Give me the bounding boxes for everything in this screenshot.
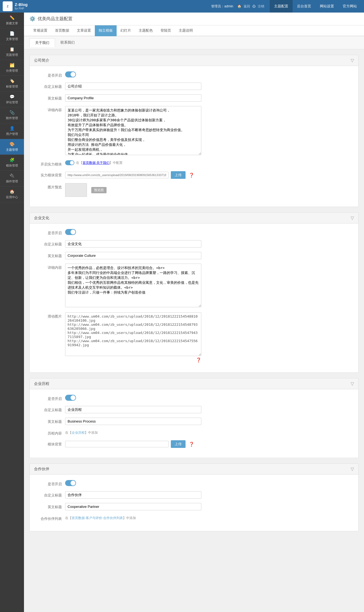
culture-detail-textarea[interactable]: 一个优秀的作品，必然是理念、设计和技术的完美结合。<br> 多年来我们为不同行业… <box>65 264 201 307</box>
culture-detail-label: 详细内容 <box>38 264 65 270</box>
culture-custom-title-label: 自定义标题 <box>38 240 65 247</box>
company-module-enable-control: 在【首页数据·关于我们】中配置 <box>65 160 201 165</box>
section-history-toggle[interactable]: ▽ <box>351 381 354 386</box>
company-en-title-input[interactable] <box>65 94 201 102</box>
attachments-icon: 📎 <box>10 110 15 115</box>
section-history-header[interactable]: 企业历程 ▽ <box>30 378 358 389</box>
nav-theme-config[interactable]: 主题配置 <box>270 0 293 13</box>
tab-standalone-template[interactable]: 独立模板 <box>95 25 117 36</box>
culture-enabled-toggle[interactable] <box>65 229 76 235</box>
tab-slideshow[interactable]: 幻灯片 <box>117 25 135 36</box>
module-enable-toggle[interactable] <box>65 160 74 165</box>
partner-custom-title-input[interactable] <box>65 491 201 499</box>
company-preview-control: 预览图 <box>65 183 201 197</box>
sub-tabs: 关于我们 联系我们 <box>24 36 364 49</box>
section-company-history: 企业历程 ▽ 是否开启 自定义标题 <box>29 378 359 458</box>
nav-admin-home[interactable]: 后台首页 <box>293 0 316 13</box>
help-icon-history-bg[interactable]: ❓ <box>189 442 194 447</box>
module-enable-link[interactable]: 首页数据·关于我们 <box>83 161 110 165</box>
history-en-title-label: 英文标题 <box>38 418 65 424</box>
nav-official-site[interactable]: 官方网站 <box>338 0 361 13</box>
partner-custom-title-row: 自定义标题 <box>38 491 350 499</box>
help-icon-slideshow[interactable]: ❓ <box>66 357 201 363</box>
history-bg-upload-btn[interactable]: 上传 <box>171 440 186 448</box>
section-company-intro-header[interactable]: 公司简介 ▽ <box>30 55 358 66</box>
admin-links[interactable]: 🏠 返回 ⏻ 注销 <box>237 4 264 9</box>
img-preview-btn[interactable]: 预览图 <box>91 187 107 193</box>
history-link[interactable]: 企业历程 <box>72 431 85 435</box>
section-culture-toggle[interactable]: ▽ <box>351 215 354 221</box>
culture-enabled-control <box>65 229 201 236</box>
nav-site-settings[interactable]: 网站设置 <box>316 0 338 13</box>
history-en-title-input[interactable] <box>65 418 201 425</box>
sidebar-item-attachments[interactable]: 📎 附件管理 <box>0 107 24 123</box>
partner-enabled-control <box>65 480 201 487</box>
sidebar-item-tags[interactable]: 🏷️ 标签管理 <box>0 76 24 92</box>
tab-theme-desc[interactable]: 主题说明 <box>175 25 197 36</box>
partner-en-title-input[interactable] <box>65 503 201 510</box>
partner-custom-title-label: 自定义标题 <box>38 491 65 498</box>
section-partner-toggle[interactable]: ▽ <box>351 466 354 472</box>
company-custom-title-input[interactable] <box>65 83 201 90</box>
back-link[interactable]: 返回 <box>244 4 250 9</box>
section-company-intro-toggle[interactable]: ▽ <box>351 58 354 63</box>
subtab-about-us[interactable]: 关于我们 <box>29 38 55 47</box>
history-custom-title-input[interactable] <box>65 406 201 413</box>
company-custom-title-control <box>65 83 201 90</box>
help-icon-bg[interactable]: ❓ <box>189 173 194 178</box>
sidebar-item-modules[interactable]: 🧩 模块管理 <box>0 155 24 171</box>
sidebar-item-app-center[interactable]: 🏠 应用中心 <box>0 186 24 202</box>
history-bg-upload-row: 上传 ❓ <box>65 440 201 448</box>
section-culture-header[interactable]: 企业文化 ▽ <box>30 213 358 224</box>
company-detail-control: 某某公司，是一家充满创造力和想象力的体验创新设计咨询公司， 2010年，我们开始… <box>65 106 201 156</box>
sidebar-item-pages[interactable]: 📋 页面管理 <box>0 44 24 60</box>
logout-link[interactable]: 注销 <box>258 4 264 9</box>
partner-custom-title-control <box>65 491 201 499</box>
company-bg-upload-btn[interactable]: 上传 <box>171 171 186 179</box>
section-culture-body: 是否开启 自定义标题 英文标题 <box>30 224 358 372</box>
logo-text: Z-Blog for PHP <box>15 2 28 10</box>
main-tabs: 常规设置 首页数据 文章设置 独立模板 幻灯片 主题配色 登陆页 主题说明 <box>24 25 364 36</box>
company-detail-textarea[interactable]: 某某公司，是一家充满创造力和想象力的体验创新设计咨询公司， 2010年，我们开始… <box>65 106 201 155</box>
culture-slideshow-textarea[interactable]: http://www.um04.com/zb_users/upload/2018… <box>65 312 201 356</box>
culture-custom-title-input[interactable] <box>65 240 201 248</box>
tags-icon: 🏷️ <box>10 79 15 83</box>
history-custom-title-row: 自定义标题 <box>38 406 350 413</box>
company-bg-input[interactable] <box>65 172 169 178</box>
tab-home-data[interactable]: 首页数据 <box>51 25 73 36</box>
sidebar-item-new-article[interactable]: ✏️ 新建文章 <box>0 13 24 28</box>
company-bg-upload-row: 上传 ❓ <box>65 171 201 179</box>
sidebar-label-plugins: 插件管理 <box>6 179 18 183</box>
company-enabled-toggle[interactable] <box>65 71 76 77</box>
tab-theme-color[interactable]: 主题配色 <box>135 25 157 36</box>
sidebar-item-plugins[interactable]: 🔌 插件管理 <box>0 171 24 186</box>
history-enabled-row: 是否开启 <box>38 395 350 402</box>
sidebar-label-tags: 标签管理 <box>6 85 18 89</box>
history-enabled-control <box>65 395 201 402</box>
company-preview-label: 图片预览 <box>38 183 65 190</box>
culture-en-title-input[interactable] <box>65 252 201 259</box>
culture-en-title-row: 英文标题 <box>38 252 350 259</box>
main-content: ⚙️ 优美尚品主题配置 常规设置 首页数据 文章设置 独立模板 幻灯片 主题配色… <box>24 13 364 612</box>
tab-article-settings[interactable]: 文章设置 <box>73 25 95 36</box>
sidebar-item-articles[interactable]: 📄 文章管理 <box>0 28 24 44</box>
sidebar-item-comments[interactable]: 💬 评论管理 <box>0 92 24 107</box>
section-partner-header[interactable]: 合作伙伴 ▽ <box>30 464 358 475</box>
sidebar-item-users[interactable]: 👤 用户管理 <box>0 123 24 139</box>
users-icon: 👤 <box>10 126 15 131</box>
section-history-body: 是否开启 自定义标题 英文标题 <box>30 389 358 458</box>
tab-login-page[interactable]: 登陆页 <box>157 25 175 36</box>
tab-general[interactable]: 常规设置 <box>29 25 51 36</box>
sidebar-item-categories[interactable]: 🗂️ 分类管理 <box>0 60 24 76</box>
sidebar-label-categories: 分类管理 <box>6 69 18 73</box>
history-bg-input[interactable] <box>65 441 169 447</box>
company-en-title-control <box>65 94 201 102</box>
sidebar-item-themes[interactable]: 🎨 主题管理 <box>0 139 24 155</box>
partner-list-link[interactable]: 首页数据-客户与评价-合作伙伴列表 <box>72 516 123 520</box>
partner-enabled-toggle[interactable] <box>65 480 76 486</box>
partner-list-row: 合作伙伴列表 在【首页数据-客户与评价-合作伙伴列表】中添加 <box>38 515 350 521</box>
subtab-contact-us[interactable]: 联系我们 <box>55 38 80 47</box>
history-custom-title-label: 自定义标题 <box>38 406 65 412</box>
history-content-control: 在【企业历程】中添加 <box>65 429 201 435</box>
history-enabled-toggle[interactable] <box>65 395 76 401</box>
